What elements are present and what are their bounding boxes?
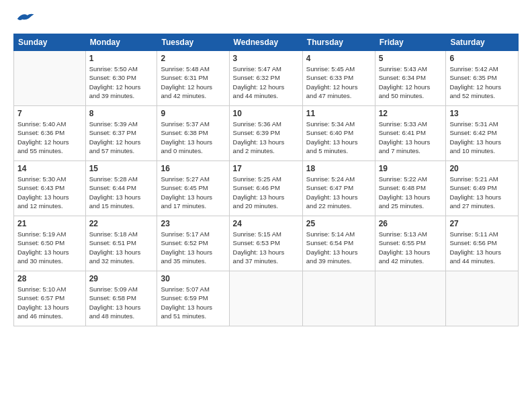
day-number: 16 <box>161 164 225 173</box>
day-info: Sunrise: 5:15 AM Sunset: 6:53 PM Dayligh… <box>233 230 299 265</box>
day-info: Sunrise: 5:33 AM Sunset: 6:41 PM Dayligh… <box>379 120 443 155</box>
day-info: Sunrise: 5:40 AM Sunset: 6:36 PM Dayligh… <box>17 120 82 155</box>
day-number: 26 <box>379 219 443 228</box>
day-info: Sunrise: 5:17 AM Sunset: 6:52 PM Dayligh… <box>161 230 225 265</box>
calendar-cell: 14Sunrise: 5:30 AM Sunset: 6:43 PM Dayli… <box>14 161 86 216</box>
calendar-cell: 13Sunrise: 5:31 AM Sunset: 6:42 PM Dayli… <box>446 106 519 161</box>
day-number: 28 <box>17 274 82 283</box>
weekday-header-wednesday: Wednesday <box>229 34 302 51</box>
calendar-cell: 25Sunrise: 5:14 AM Sunset: 6:54 PM Dayli… <box>302 216 375 271</box>
day-info: Sunrise: 5:07 AM Sunset: 6:59 PM Dayligh… <box>161 285 225 320</box>
weekday-header-tuesday: Tuesday <box>157 34 229 51</box>
day-number: 2 <box>161 54 225 63</box>
calendar-cell <box>446 271 519 326</box>
day-info: Sunrise: 5:13 AM Sunset: 6:55 PM Dayligh… <box>379 230 443 265</box>
calendar-week-1: 1Sunrise: 5:50 AM Sunset: 6:30 PM Daylig… <box>14 51 519 106</box>
day-number: 25 <box>306 219 371 228</box>
day-info: Sunrise: 5:25 AM Sunset: 6:46 PM Dayligh… <box>233 175 299 210</box>
page: SundayMondayTuesdayWednesdayThursdayFrid… <box>0 0 532 411</box>
day-info: Sunrise: 5:37 AM Sunset: 6:38 PM Dayligh… <box>161 120 225 155</box>
day-number: 19 <box>379 164 443 173</box>
calendar-cell: 3Sunrise: 5:47 AM Sunset: 6:32 PM Daylig… <box>229 51 302 106</box>
day-number: 14 <box>17 164 82 173</box>
calendar-cell: 20Sunrise: 5:21 AM Sunset: 6:49 PM Dayli… <box>446 161 519 216</box>
day-number: 7 <box>17 109 82 118</box>
day-number: 10 <box>233 109 299 118</box>
day-number: 9 <box>161 109 225 118</box>
day-number: 24 <box>233 219 299 228</box>
calendar-cell: 17Sunrise: 5:25 AM Sunset: 6:46 PM Dayli… <box>229 161 302 216</box>
calendar-cell: 29Sunrise: 5:09 AM Sunset: 6:58 PM Dayli… <box>85 271 157 326</box>
calendar-cell: 10Sunrise: 5:36 AM Sunset: 6:39 PM Dayli… <box>229 106 302 161</box>
day-info: Sunrise: 5:48 AM Sunset: 6:31 PM Dayligh… <box>161 64 225 100</box>
calendar-week-4: 21Sunrise: 5:19 AM Sunset: 6:50 PM Dayli… <box>14 216 519 271</box>
header <box>13 11 519 27</box>
logo-bird-icon <box>15 11 35 27</box>
day-number: 8 <box>89 109 154 118</box>
day-info: Sunrise: 5:10 AM Sunset: 6:57 PM Dayligh… <box>17 285 82 320</box>
day-number: 6 <box>449 54 515 63</box>
calendar-cell: 19Sunrise: 5:22 AM Sunset: 6:48 PM Dayli… <box>375 161 446 216</box>
calendar-header-row: SundayMondayTuesdayWednesdayThursdayFrid… <box>14 34 519 51</box>
calendar-cell: 30Sunrise: 5:07 AM Sunset: 6:59 PM Dayli… <box>157 271 229 326</box>
day-number: 23 <box>161 219 225 228</box>
day-info: Sunrise: 5:18 AM Sunset: 6:51 PM Dayligh… <box>89 230 154 265</box>
calendar-cell: 28Sunrise: 5:10 AM Sunset: 6:57 PM Dayli… <box>14 271 86 326</box>
calendar-cell <box>14 51 86 106</box>
day-info: Sunrise: 5:43 AM Sunset: 6:34 PM Dayligh… <box>379 64 443 100</box>
day-number: 18 <box>306 164 371 173</box>
weekday-header-friday: Friday <box>375 34 446 51</box>
weekday-header-saturday: Saturday <box>446 34 519 51</box>
day-number: 11 <box>306 109 371 118</box>
day-number: 17 <box>233 164 299 173</box>
calendar-cell: 5Sunrise: 5:43 AM Sunset: 6:34 PM Daylig… <box>375 51 446 106</box>
calendar-table: SundayMondayTuesdayWednesdayThursdayFrid… <box>13 34 519 326</box>
calendar-cell: 27Sunrise: 5:11 AM Sunset: 6:56 PM Dayli… <box>446 216 519 271</box>
day-info: Sunrise: 5:45 AM Sunset: 6:33 PM Dayligh… <box>306 64 371 100</box>
calendar-cell: 2Sunrise: 5:48 AM Sunset: 6:31 PM Daylig… <box>157 51 229 106</box>
day-number: 27 <box>449 219 515 228</box>
calendar-cell: 6Sunrise: 5:42 AM Sunset: 6:35 PM Daylig… <box>446 51 519 106</box>
day-info: Sunrise: 5:36 AM Sunset: 6:39 PM Dayligh… <box>233 120 299 155</box>
day-number: 4 <box>306 54 371 63</box>
day-info: Sunrise: 5:42 AM Sunset: 6:35 PM Dayligh… <box>449 64 515 100</box>
calendar-week-3: 14Sunrise: 5:30 AM Sunset: 6:43 PM Dayli… <box>14 161 519 216</box>
calendar-cell: 9Sunrise: 5:37 AM Sunset: 6:38 PM Daylig… <box>157 106 229 161</box>
day-info: Sunrise: 5:50 AM Sunset: 6:30 PM Dayligh… <box>89 64 154 100</box>
day-info: Sunrise: 5:22 AM Sunset: 6:48 PM Dayligh… <box>379 175 443 210</box>
weekday-header-monday: Monday <box>85 34 157 51</box>
logo <box>13 11 35 27</box>
day-number: 13 <box>449 109 515 118</box>
calendar-cell: 21Sunrise: 5:19 AM Sunset: 6:50 PM Dayli… <box>14 216 86 271</box>
calendar-cell: 23Sunrise: 5:17 AM Sunset: 6:52 PM Dayli… <box>157 216 229 271</box>
calendar-cell <box>229 271 302 326</box>
day-info: Sunrise: 5:31 AM Sunset: 6:42 PM Dayligh… <box>449 120 515 155</box>
day-info: Sunrise: 5:19 AM Sunset: 6:50 PM Dayligh… <box>17 230 82 265</box>
day-info: Sunrise: 5:39 AM Sunset: 6:37 PM Dayligh… <box>89 120 154 155</box>
calendar-cell <box>302 271 375 326</box>
calendar-cell: 18Sunrise: 5:24 AM Sunset: 6:47 PM Dayli… <box>302 161 375 216</box>
calendar-cell: 26Sunrise: 5:13 AM Sunset: 6:55 PM Dayli… <box>375 216 446 271</box>
day-info: Sunrise: 5:21 AM Sunset: 6:49 PM Dayligh… <box>449 175 515 210</box>
day-info: Sunrise: 5:11 AM Sunset: 6:56 PM Dayligh… <box>449 230 515 265</box>
day-info: Sunrise: 5:34 AM Sunset: 6:40 PM Dayligh… <box>306 120 371 155</box>
day-info: Sunrise: 5:28 AM Sunset: 6:44 PM Dayligh… <box>89 175 154 210</box>
day-number: 20 <box>449 164 515 173</box>
day-info: Sunrise: 5:14 AM Sunset: 6:54 PM Dayligh… <box>306 230 371 265</box>
calendar-cell: 8Sunrise: 5:39 AM Sunset: 6:37 PM Daylig… <box>85 106 157 161</box>
weekday-header-thursday: Thursday <box>302 34 375 51</box>
day-number: 5 <box>379 54 443 63</box>
weekday-header-sunday: Sunday <box>14 34 86 51</box>
calendar-week-2: 7Sunrise: 5:40 AM Sunset: 6:36 PM Daylig… <box>14 106 519 161</box>
calendar-cell: 4Sunrise: 5:45 AM Sunset: 6:33 PM Daylig… <box>302 51 375 106</box>
day-number: 12 <box>379 109 443 118</box>
calendar-cell: 12Sunrise: 5:33 AM Sunset: 6:41 PM Dayli… <box>375 106 446 161</box>
day-number: 1 <box>89 54 154 63</box>
day-info: Sunrise: 5:47 AM Sunset: 6:32 PM Dayligh… <box>233 64 299 100</box>
calendar-cell: 7Sunrise: 5:40 AM Sunset: 6:36 PM Daylig… <box>14 106 86 161</box>
calendar-cell <box>375 271 446 326</box>
day-info: Sunrise: 5:09 AM Sunset: 6:58 PM Dayligh… <box>89 285 154 320</box>
calendar-cell: 24Sunrise: 5:15 AM Sunset: 6:53 PM Dayli… <box>229 216 302 271</box>
calendar-cell: 11Sunrise: 5:34 AM Sunset: 6:40 PM Dayli… <box>302 106 375 161</box>
calendar-cell: 22Sunrise: 5:18 AM Sunset: 6:51 PM Dayli… <box>85 216 157 271</box>
